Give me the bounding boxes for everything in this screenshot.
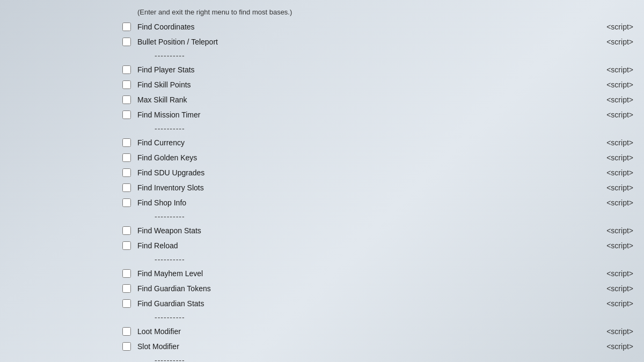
separator-label: ---------- bbox=[135, 51, 580, 60]
item-checkbox[interactable] bbox=[122, 65, 131, 74]
script-tag: <script> bbox=[580, 284, 644, 293]
checkbox-cell[interactable] bbox=[118, 183, 135, 192]
script-tag: <script> bbox=[580, 183, 644, 192]
list-row: ---------- bbox=[118, 49, 644, 62]
item-checkbox[interactable] bbox=[122, 327, 131, 336]
script-tag: <script> bbox=[580, 23, 644, 31]
list-row: Bullet Position / Teleport<script> bbox=[118, 34, 644, 49]
separator-label: ---------- bbox=[135, 124, 580, 133]
item-checkbox[interactable] bbox=[122, 198, 131, 207]
checkbox-cell[interactable] bbox=[118, 110, 135, 119]
item-checkbox[interactable] bbox=[122, 138, 131, 147]
script-tag: <script> bbox=[580, 168, 644, 177]
script-tag: <script> bbox=[580, 342, 644, 351]
item-checkbox[interactable] bbox=[122, 80, 131, 89]
item-checkbox[interactable] bbox=[122, 226, 131, 235]
item-checkbox[interactable] bbox=[122, 110, 131, 119]
list-row: Find Guardian Stats<script> bbox=[118, 296, 644, 311]
list-row: Find Golden Keys<script> bbox=[118, 150, 644, 165]
item-checkbox[interactable] bbox=[122, 168, 131, 177]
script-tag: <script> bbox=[580, 138, 644, 147]
item-checkbox[interactable] bbox=[122, 23, 131, 31]
list-row: Slot Modifier<script> bbox=[118, 339, 644, 354]
item-label: Find Mission Timer bbox=[135, 110, 580, 119]
separator-label: ---------- bbox=[135, 356, 580, 362]
item-label: Find Currency bbox=[135, 138, 580, 147]
list-row: Find Reload<script> bbox=[118, 238, 644, 253]
checkbox-cell[interactable] bbox=[118, 153, 135, 162]
list-row: Find Currency<script> bbox=[118, 135, 644, 150]
item-label: Find SDU Upgrades bbox=[135, 168, 580, 177]
list-row: ---------- bbox=[118, 253, 644, 266]
script-tag: <script> bbox=[580, 198, 644, 207]
script-tag: <script> bbox=[580, 38, 644, 46]
item-checkbox[interactable] bbox=[122, 241, 131, 250]
checkbox-cell[interactable] bbox=[118, 65, 135, 74]
checkbox-cell[interactable] bbox=[118, 269, 135, 278]
script-tag: <script> bbox=[580, 110, 644, 119]
checkbox-cell[interactable] bbox=[118, 327, 135, 336]
script-tag: <script> bbox=[580, 95, 644, 104]
item-label: Find Weapon Stats bbox=[135, 226, 580, 235]
script-tag: <script> bbox=[580, 299, 644, 308]
checkbox-cell[interactable] bbox=[118, 168, 135, 177]
list-row: Find Inventory Slots<script> bbox=[118, 180, 644, 195]
script-tag: <script> bbox=[580, 80, 644, 89]
script-tag: <script> bbox=[580, 65, 644, 74]
item-label: Find Player Stats bbox=[135, 65, 580, 74]
script-tag: <script> bbox=[580, 226, 644, 235]
item-label: Loot Modifier bbox=[135, 327, 580, 336]
separator-label: ---------- bbox=[135, 313, 580, 322]
item-checkbox[interactable] bbox=[122, 269, 131, 278]
list-row: Find SDU Upgrades<script> bbox=[118, 165, 644, 180]
item-label: Find Shop Info bbox=[135, 198, 580, 207]
checkbox-cell[interactable] bbox=[118, 23, 135, 31]
checkbox-cell[interactable] bbox=[118, 38, 135, 46]
checkbox-cell[interactable] bbox=[118, 241, 135, 250]
item-label: Find Guardian Tokens bbox=[135, 284, 580, 293]
item-checkbox[interactable] bbox=[122, 342, 131, 351]
item-checkbox[interactable] bbox=[122, 153, 131, 162]
checkbox-cell[interactable] bbox=[118, 80, 135, 89]
checkbox-cell[interactable] bbox=[118, 198, 135, 207]
list-row: Find Guardian Tokens<script> bbox=[118, 281, 644, 296]
item-checkbox[interactable] bbox=[122, 95, 131, 104]
checkbox-cell[interactable] bbox=[118, 226, 135, 235]
list-row: ---------- bbox=[118, 210, 644, 223]
item-checkbox[interactable] bbox=[122, 38, 131, 46]
checkbox-cell[interactable] bbox=[118, 284, 135, 293]
item-checkbox[interactable] bbox=[122, 284, 131, 293]
item-checkbox[interactable] bbox=[122, 299, 131, 308]
main-content: (Enter and exit the right menu to find m… bbox=[0, 0, 644, 362]
checkbox-cell[interactable] bbox=[118, 95, 135, 104]
item-label: Find Skill Points bbox=[135, 80, 580, 89]
list-row: Find Mayhem Level<script> bbox=[118, 266, 644, 281]
item-label: Find Golden Keys bbox=[135, 153, 580, 162]
list-row: Max Skill Rank<script> bbox=[118, 92, 644, 107]
list-row: Find Mission Timer<script> bbox=[118, 107, 644, 122]
list-row: Find Weapon Stats<script> bbox=[118, 223, 644, 238]
item-label: Slot Modifier bbox=[135, 342, 580, 351]
header-label: (Enter and exit the right menu to find m… bbox=[135, 8, 580, 16]
item-list: (Enter and exit the right menu to find m… bbox=[118, 4, 644, 362]
script-tag: <script> bbox=[580, 269, 644, 278]
script-tag: <script> bbox=[580, 327, 644, 336]
item-label: Find Guardian Stats bbox=[135, 299, 580, 308]
script-tag: <script> bbox=[580, 241, 644, 250]
list-row: Find Player Stats<script> bbox=[118, 62, 644, 77]
separator-label: ---------- bbox=[135, 255, 580, 264]
checkbox-cell[interactable] bbox=[118, 138, 135, 147]
item-label: Find Inventory Slots bbox=[135, 183, 580, 192]
list-row: Find Skill Points<script> bbox=[118, 77, 644, 92]
checkbox-cell[interactable] bbox=[118, 342, 135, 351]
item-checkbox[interactable] bbox=[122, 183, 131, 192]
item-label: Find Reload bbox=[135, 241, 580, 250]
checkbox-cell[interactable] bbox=[118, 299, 135, 308]
list-row: Loot Modifier<script> bbox=[118, 324, 644, 339]
list-row: ---------- bbox=[118, 311, 644, 324]
list-row: Find Shop Info<script> bbox=[118, 195, 644, 210]
list-row: (Enter and exit the right menu to find m… bbox=[118, 4, 644, 19]
script-tag: <script> bbox=[580, 153, 644, 162]
separator-label: ---------- bbox=[135, 212, 580, 221]
item-label: Find Coordinates bbox=[135, 23, 580, 31]
